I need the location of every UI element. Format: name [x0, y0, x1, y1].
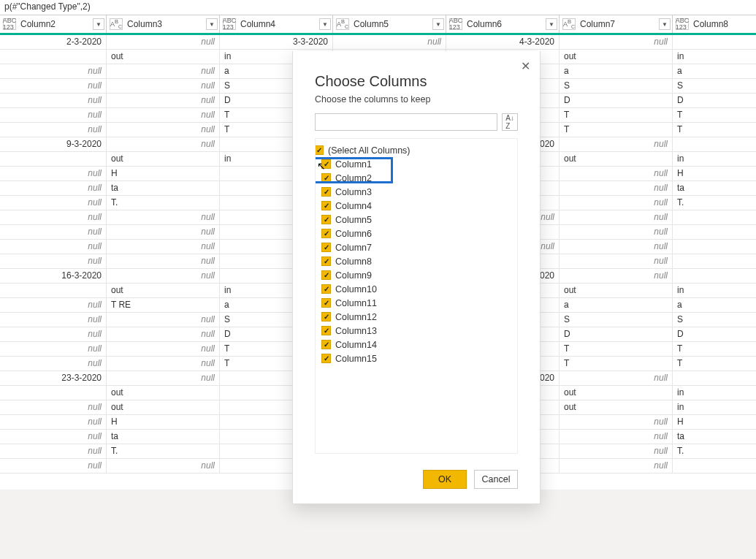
filter-dropdown-icon[interactable]: ▼ — [206, 18, 218, 30]
filter-dropdown-icon[interactable]: ▼ — [93, 18, 104, 30]
table-cell[interactable]: 5 — [673, 35, 756, 49]
table-cell[interactable]: a — [560, 298, 673, 312]
checkbox-icon[interactable] — [321, 256, 331, 266]
column-list-item[interactable]: Column4 — [321, 199, 511, 213]
table-cell[interactable]: null — [560, 444, 673, 458]
table-cell[interactable]: H — [673, 415, 756, 429]
table-cell[interactable]: null — [0, 342, 107, 356]
datatype-icon[interactable]: ABC123 — [676, 18, 689, 30]
checkbox-icon[interactable] — [321, 340, 331, 349]
table-cell[interactable]: 4-3-2020 — [446, 35, 560, 49]
checkbox-icon[interactable] — [321, 201, 331, 210]
table-cell[interactable]: null — [0, 430, 107, 444]
table-cell[interactable]: null — [0, 167, 107, 180]
checkbox-icon[interactable] — [321, 284, 331, 294]
table-row[interactable]: 2-3-2020null3-3-2020null4-3-2020null5 — [0, 35, 756, 50]
table-cell[interactable]: in — [673, 400, 756, 414]
checkbox-icon[interactable] — [321, 326, 331, 335]
checkbox-icon[interactable] — [321, 298, 331, 308]
search-input[interactable] — [315, 113, 497, 131]
table-cell[interactable]: 12 — [673, 137, 756, 151]
table-cell[interactable]: null — [0, 196, 107, 210]
table-cell[interactable]: null — [107, 35, 220, 49]
column-list-item[interactable]: Column5 — [321, 213, 511, 227]
table-cell[interactable]: T — [673, 357, 756, 370]
table-cell[interactable]: null — [107, 459, 220, 473]
table-cell[interactable]: null — [107, 94, 220, 107]
table-cell[interactable]: null — [333, 35, 446, 49]
table-cell[interactable]: ta — [107, 181, 220, 195]
column-header[interactable]: ABC123Column2▼ — [0, 15, 107, 33]
table-cell[interactable]: out — [107, 400, 220, 414]
checkbox-icon[interactable] — [321, 215, 331, 224]
datatype-icon[interactable]: ABC — [562, 18, 576, 30]
table-cell[interactable]: null — [107, 254, 220, 268]
table-cell[interactable]: H — [107, 415, 220, 429]
cancel-button[interactable]: Cancel — [474, 470, 518, 489]
table-cell[interactable]: null — [0, 181, 107, 195]
filter-dropdown-icon[interactable]: ▼ — [659, 18, 671, 30]
column-list-item[interactable]: Column11 — [321, 296, 511, 310]
column-list-item[interactable]: Column7 — [321, 240, 511, 254]
table-cell[interactable]: null — [673, 459, 756, 473]
column-list-item[interactable]: Column3 — [321, 185, 511, 199]
checkbox-icon[interactable] — [321, 243, 331, 252]
table-cell[interactable]: null — [0, 444, 107, 458]
table-cell[interactable]: in — [673, 50, 756, 64]
table-cell[interactable]: T. — [673, 444, 756, 458]
column-list-item[interactable]: Column9 — [321, 268, 511, 282]
table-cell[interactable]: S — [560, 79, 673, 93]
table-cell[interactable] — [0, 284, 107, 297]
datatype-icon[interactable]: ABC — [110, 18, 123, 30]
table-cell[interactable]: null — [560, 137, 673, 151]
checkbox-icon[interactable] — [321, 187, 331, 197]
table-cell[interactable]: 3-3-2020 — [220, 35, 333, 49]
table-cell[interactable]: in — [673, 152, 756, 166]
table-cell[interactable]: null — [107, 357, 220, 370]
column-list-item[interactable]: Column1 — [321, 157, 511, 171]
table-cell[interactable]: T — [560, 357, 673, 370]
table-cell[interactable]: null — [0, 459, 107, 473]
column-list-item[interactable]: Column6 — [321, 227, 511, 240]
checkbox-icon[interactable] — [321, 159, 331, 169]
column-list-item[interactable]: Column2 — [321, 171, 511, 185]
table-cell[interactable]: out — [560, 50, 673, 64]
table-cell[interactable]: null — [0, 79, 107, 93]
column-header[interactable]: ABCColumn7▼ — [560, 15, 673, 33]
column-header[interactable]: ABC123Column4▼ — [220, 15, 333, 33]
table-cell[interactable]: null — [560, 210, 673, 224]
checkbox-icon[interactable] — [321, 173, 331, 183]
table-cell[interactable]: 16-3-2020 — [0, 269, 107, 283]
table-cell[interactable]: null — [0, 327, 107, 341]
table-cell[interactable]: null — [560, 415, 673, 429]
checkbox-icon[interactable] — [315, 145, 324, 155]
table-cell[interactable] — [0, 50, 107, 64]
table-cell[interactable]: S — [560, 313, 673, 327]
table-cell[interactable]: null — [560, 167, 673, 180]
table-cell[interactable]: S — [673, 79, 756, 93]
table-cell[interactable]: null — [0, 298, 107, 312]
sort-az-button[interactable]: A↓Z — [502, 113, 518, 131]
table-cell[interactable]: out — [107, 284, 220, 297]
column-list-item[interactable]: Column13 — [321, 324, 511, 338]
table-cell[interactable]: T — [560, 123, 673, 137]
table-cell[interactable]: null — [560, 371, 673, 385]
table-cell[interactable]: null — [107, 269, 220, 283]
column-list-item[interactable]: Column8 — [321, 254, 511, 268]
formula-bar[interactable]: p(#"Changed Type",2) — [0, 0, 756, 15]
table-cell[interactable]: null — [0, 313, 107, 327]
table-cell[interactable]: 9-3-2020 — [0, 137, 107, 151]
table-cell[interactable]: null — [0, 123, 107, 137]
table-cell[interactable]: null — [673, 210, 756, 224]
table-cell[interactable]: T. — [107, 196, 220, 210]
table-cell[interactable]: T RE — [107, 298, 220, 312]
table-cell[interactable]: T — [673, 342, 756, 356]
datatype-icon[interactable]: ABC — [336, 18, 349, 30]
table-cell[interactable]: T — [560, 108, 673, 122]
table-cell[interactable]: null — [0, 225, 107, 239]
table-cell[interactable]: T — [673, 108, 756, 122]
table-cell[interactable]: a — [560, 64, 673, 78]
close-icon[interactable]: ✕ — [516, 57, 534, 75]
column-list-item[interactable]: Column10 — [321, 282, 511, 296]
table-cell[interactable]: null — [560, 181, 673, 195]
